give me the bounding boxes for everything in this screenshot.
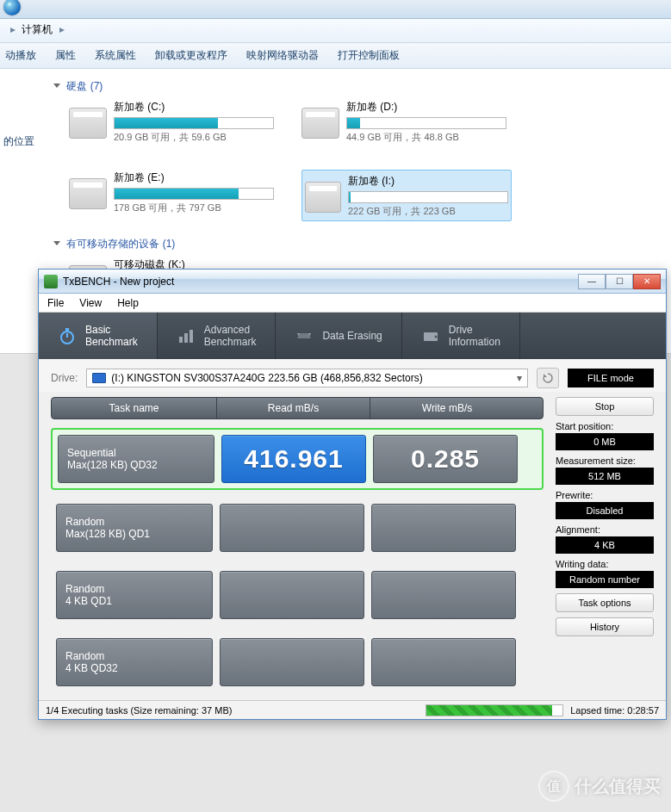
breadcrumb-arrow: ▸ (56, 23, 68, 35)
task-read-cell (220, 638, 364, 686)
task-name-l2: 4 KB QD32 (65, 662, 203, 674)
drive-label: 新加卷 (I:) (348, 173, 508, 189)
alignment-value: 4 KB (556, 536, 654, 554)
hdd-icon (301, 108, 339, 139)
task-name-l2: Max(128 KB) QD32 (67, 459, 205, 471)
task-name-cell[interactable]: Random Max(128 KB) QD1 (56, 504, 213, 552)
titlebar[interactable]: TxBENCH - New project — ☐ ✕ (39, 270, 666, 294)
toolbar-properties[interactable]: 属性 (55, 48, 76, 63)
tab-advanced-benchmark[interactable]: AdvancedBenchmark (158, 313, 276, 359)
task-read-cell: 416.961 (221, 435, 366, 483)
writing-data-value: Random number (556, 571, 654, 588)
writing-data-label: Writing data: (556, 559, 654, 569)
toolbar-uninstall[interactable]: 卸载或更改程序 (155, 48, 227, 63)
breadcrumb[interactable]: ▸ 计算机 ▸ (0, 19, 671, 43)
drive-usage-bar (114, 117, 274, 129)
hdd-icon (305, 182, 341, 213)
task-read-cell (220, 571, 364, 619)
alignment-label: Alignment: (556, 524, 654, 535)
task-name-l2: Max(128 KB) QD1 (65, 528, 203, 540)
task-row[interactable]: Random 4 KB QD32 (51, 633, 544, 691)
toolbar-control-panel[interactable]: 打开控制面板 (338, 48, 400, 63)
breadcrumb-arrow: ▸ (7, 23, 19, 35)
prewrite-label: Prewrite: (556, 490, 654, 500)
task-name-cell[interactable]: Sequential Max(128 KB) QD32 (58, 435, 214, 483)
stopwatch-icon (58, 326, 77, 345)
svg-point-7 (434, 336, 437, 338)
file-mode-button[interactable]: FILE mode (568, 369, 654, 387)
svg-rect-1 (65, 328, 69, 331)
hdd-icon (69, 178, 107, 209)
lapsed-label: Lapsed time: (570, 705, 624, 716)
task-name-l1: Random (65, 650, 203, 662)
drive-info: 44.9 GB 可用，共 48.8 GB (346, 131, 508, 144)
drive-label: 新加卷 (E:) (114, 170, 276, 186)
breadcrumb-root[interactable]: 计算机 (22, 23, 53, 35)
sidebar-label: 的位置 (3, 134, 47, 149)
collapse-icon[interactable] (53, 84, 60, 88)
task-options-button[interactable]: Task options (556, 593, 654, 612)
task-name-l1: Random (65, 516, 203, 528)
task-read-cell (220, 504, 364, 552)
drive-info: 20.9 GB 可用，共 59.6 GB (114, 131, 276, 144)
tab-data-erasing[interactable]: Data Erasing (276, 313, 401, 359)
start-position-label: Start position: (556, 421, 654, 431)
task-row[interactable]: Random 4 KB QD1 (51, 566, 544, 624)
watermark-badge: 值 (538, 771, 569, 802)
history-button[interactable]: History (556, 617, 654, 636)
minimize-button[interactable]: — (578, 274, 606, 289)
task-write-cell (371, 504, 516, 552)
section-disks[interactable]: 硬盘 (7) (53, 76, 668, 99)
table-header: Task name Read mB/s Write mB/s (51, 397, 544, 419)
stop-button[interactable]: Stop (556, 397, 654, 416)
menu-file[interactable]: File (47, 297, 64, 309)
watermark: 值 什么值得买 (538, 771, 661, 802)
section-removable[interactable]: 有可移动存储的设备 (1) (53, 233, 668, 257)
window-title: TxBENCH - New project (63, 276, 174, 288)
chevron-down-icon[interactable]: ▾ (517, 372, 522, 384)
maximize-button[interactable]: ☐ (606, 274, 633, 289)
start-orb[interactable] (3, 0, 45, 15)
refresh-button[interactable] (537, 368, 559, 388)
drive-label: 新加卷 (D:) (346, 99, 508, 115)
bars-icon (177, 326, 196, 345)
lapsed-value: 0:28:57 (627, 705, 659, 716)
explorer-toolbar: 动播放 属性 系统属性 卸载或更改程序 映射网络驱动器 打开控制面板 (0, 43, 671, 69)
measurement-size-label: Measurement size: (556, 456, 654, 466)
drive-info: 178 GB 可用，共 797 GB (114, 201, 276, 214)
drive-item[interactable]: 新加卷 (I:) 222 GB 可用，共 223 GB (301, 170, 512, 221)
task-row[interactable]: Random Max(128 KB) QD1 (51, 499, 544, 557)
toolbar-map-network[interactable]: 映射网络驱动器 (246, 48, 319, 63)
tab-basic-benchmark[interactable]: BasicBenchmark (39, 313, 158, 359)
status-bar: 1/4 Executing tasks (Size remaining: 37 … (39, 700, 666, 719)
app-icon (44, 275, 58, 288)
toolbar-autoplay[interactable]: 动播放 (5, 48, 36, 63)
drive-icon (92, 373, 106, 383)
measurement-size-value: 512 MB (556, 468, 654, 485)
drive-info-icon (421, 326, 440, 345)
task-name-cell[interactable]: Random 4 KB QD32 (56, 638, 213, 686)
menu-help[interactable]: Help (117, 297, 139, 309)
drive-label: Drive: (51, 372, 78, 384)
close-button[interactable]: ✕ (633, 274, 661, 289)
drive-info: 222 GB 可用，共 223 GB (348, 205, 508, 218)
collapse-icon[interactable] (53, 241, 60, 245)
drive-usage-bar (114, 188, 274, 200)
watermark-text: 什么值得买 (575, 775, 661, 798)
header-task: Task name (52, 398, 217, 418)
task-row[interactable]: Sequential Max(128 KB) QD32 416.961 0.28… (51, 428, 544, 490)
svg-rect-3 (179, 337, 183, 343)
menu-view[interactable]: View (79, 297, 102, 309)
drive-usage-bar (348, 191, 508, 203)
svg-rect-4 (184, 333, 188, 343)
drive-item[interactable]: 新加卷 (D:) 44.9 GB 可用，共 48.8 GB (301, 99, 508, 144)
task-name-cell[interactable]: Random 4 KB QD1 (56, 571, 213, 619)
write-value: 0.285 (411, 444, 480, 474)
toolbar-system-properties[interactable]: 系统属性 (95, 48, 136, 63)
drive-select[interactable]: (I:) KINGSTON SV300S37A240G 223.56 GB (4… (86, 369, 528, 387)
drive-item[interactable]: 新加卷 (E:) 178 GB 可用，共 797 GB (69, 170, 276, 221)
task-name-l1: Random (65, 583, 203, 595)
tab-drive-information[interactable]: DriveInformation (402, 313, 520, 359)
header-write: Write mB/s (370, 398, 524, 418)
drive-item[interactable]: 新加卷 (C:) 20.9 GB 可用，共 59.6 GB (69, 99, 276, 144)
